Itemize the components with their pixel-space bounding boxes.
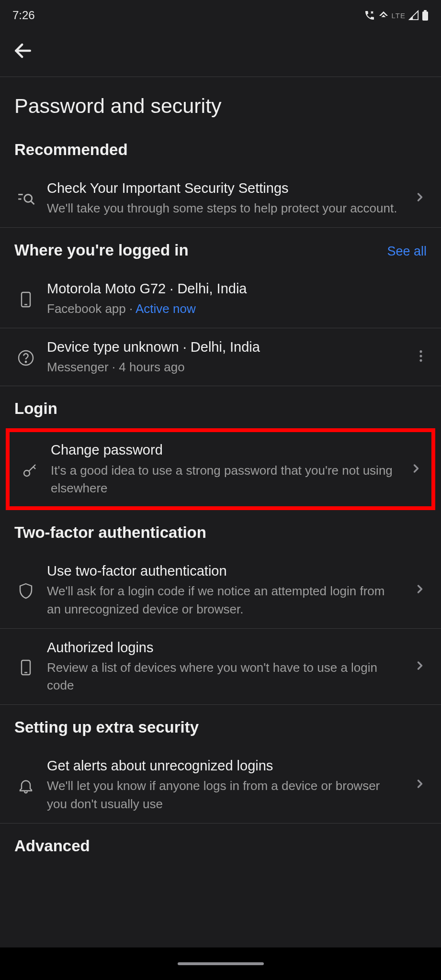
device-subtitle: Messenger · 4 hours ago: [47, 358, 406, 377]
alerts-row[interactable]: Get alerts about unrecognized logins We'…: [0, 747, 441, 824]
chevron-right-icon: [408, 777, 427, 792]
section-advanced-heading: Advanced: [0, 837, 441, 866]
shield-icon: [14, 580, 37, 600]
chevron-right-icon: [405, 462, 423, 477]
home-indicator[interactable]: [178, 962, 264, 965]
svg-line-16: [34, 467, 36, 469]
use-two-factor-row[interactable]: Use two-factor authentication We'll ask …: [0, 552, 441, 629]
chevron-right-icon: [408, 582, 427, 598]
authorized-logins-content: Authorized logins Review a list of devic…: [47, 638, 399, 695]
section-recommended-heading: Recommended: [0, 141, 441, 169]
lte-text: LTE: [392, 11, 406, 20]
svg-point-13: [419, 359, 422, 362]
svg-point-12: [419, 355, 422, 357]
alerts-content: Get alerts about unrecognized logins We'…: [47, 757, 399, 813]
device-title: Motorola Moto G72 · Delhi, India: [47, 279, 427, 298]
wifi-icon: [378, 10, 389, 21]
status-time: 7:26: [12, 9, 35, 22]
authorized-logins-title: Authorized logins: [47, 638, 399, 657]
device-content: Motorola Moto G72 · Delhi, India Faceboo…: [47, 279, 427, 318]
chevron-right-icon: [408, 190, 427, 206]
header: [0, 27, 441, 77]
svg-point-14: [24, 470, 30, 476]
svg-rect-1: [424, 10, 427, 11]
recommended-security-row[interactable]: Check Your Important Security Settings W…: [0, 169, 441, 228]
change-password-content: Change password It's a good idea to use …: [51, 441, 395, 498]
change-password-subtitle: It's a good idea to use a strong passwor…: [51, 462, 395, 498]
device-subtitle: Facebook app · Active now: [47, 300, 427, 318]
chevron-right-icon: [408, 659, 427, 674]
status-bar: 7:26 LTE: [0, 0, 441, 27]
device-content: Device type unknown · Delhi, India Messe…: [47, 338, 406, 377]
battery-icon: [422, 10, 429, 21]
authorized-logins-subtitle: Review a list of devices where you won't…: [47, 659, 399, 695]
svg-point-10: [25, 361, 26, 362]
key-icon: [18, 460, 41, 479]
alerts-subtitle: We'll let you know if anyone logs in fro…: [47, 777, 399, 813]
more-button[interactable]: [415, 349, 427, 365]
help-circle-icon: [14, 347, 37, 367]
section-loggedin-heading-row: Where you're logged in See all: [0, 241, 441, 270]
svg-point-11: [419, 350, 422, 353]
section-extra-security-heading: Setting up extra security: [0, 718, 441, 747]
see-all-link[interactable]: See all: [387, 244, 427, 259]
two-factor-subtitle: We'll ask for a login code if we notice …: [47, 582, 399, 618]
two-factor-content: Use two-factor authentication We'll ask …: [47, 562, 399, 619]
recommended-subtitle: We'll take you through some steps to hel…: [47, 200, 399, 218]
section-loggedin-heading: Where you're logged in: [14, 241, 189, 259]
two-factor-title: Use two-factor authentication: [47, 562, 399, 580]
device-row-unknown[interactable]: Device type unknown · Delhi, India Messe…: [0, 328, 441, 387]
svg-rect-0: [422, 11, 428, 21]
change-password-row[interactable]: Change password It's a good idea to use …: [6, 428, 435, 510]
authorized-logins-row[interactable]: Authorized logins Review a list of devic…: [0, 629, 441, 705]
svg-point-5: [24, 195, 32, 202]
back-button[interactable]: [12, 40, 34, 61]
device-row-motorola[interactable]: Motorola Moto G72 · Delhi, India Faceboo…: [0, 270, 441, 328]
security-check-icon: [14, 188, 37, 208]
status-icons: LTE: [364, 10, 429, 21]
phone-icon: [14, 657, 37, 676]
bell-icon: [14, 775, 37, 794]
svg-line-6: [31, 201, 34, 204]
wifi-calling-icon: [364, 10, 375, 21]
recommended-content: Check Your Important Security Settings W…: [47, 179, 399, 218]
section-login-heading: Login: [0, 400, 441, 428]
change-password-title: Change password: [51, 441, 395, 459]
arrow-left-icon: [12, 40, 34, 61]
device-title: Device type unknown · Delhi, India: [47, 338, 406, 356]
section-twofactor-heading: Two-factor authentication: [0, 523, 441, 552]
signal-icon: [408, 10, 419, 21]
page-title: Password and security: [0, 77, 441, 141]
nav-bar: [0, 947, 441, 980]
alerts-title: Get alerts about unrecognized logins: [47, 757, 399, 775]
more-vertical-icon: [419, 349, 423, 363]
phone-icon: [14, 289, 37, 308]
recommended-title: Check Your Important Security Settings: [47, 179, 399, 198]
